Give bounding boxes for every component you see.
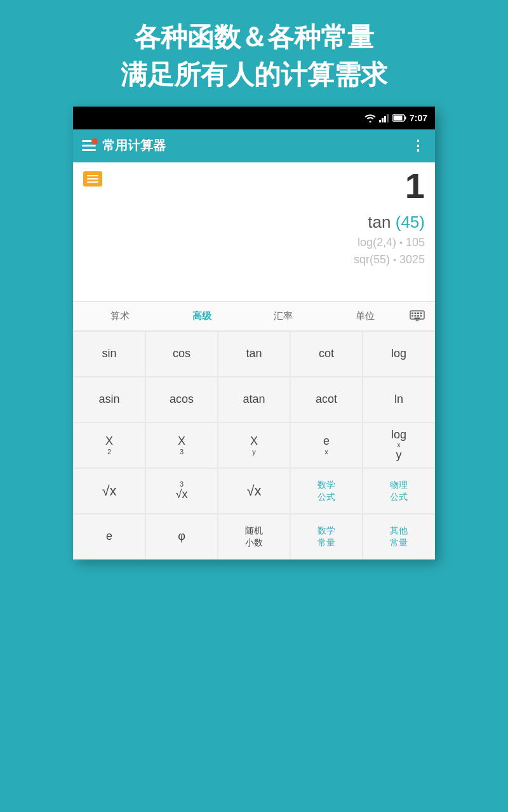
btn-sin[interactable]: sin — [73, 331, 145, 377]
wifi-icon — [364, 114, 376, 122]
btn-physics-formula[interactable]: 物理公式 — [363, 468, 435, 514]
svg-rect-3 — [387, 114, 389, 122]
btn-sqrtx[interactable]: √x — [218, 468, 290, 514]
svg-rect-1 — [382, 118, 384, 122]
btn-cos[interactable]: cos — [145, 331, 218, 377]
status-time: 7:07 — [410, 113, 427, 123]
menu-button[interactable] — [82, 140, 96, 151]
app-bar: 常用计算器 ⋮ — [73, 129, 435, 162]
signal-icon — [379, 114, 389, 122]
svg-rect-12 — [411, 315, 413, 317]
svg-rect-2 — [384, 116, 386, 122]
svg-rect-15 — [420, 315, 422, 317]
keypad-tabs: 算术 高级 汇率 单位 — [73, 302, 435, 331]
svg-rect-8 — [411, 313, 413, 315]
btn-cot[interactable]: cot — [290, 331, 363, 377]
btn-log[interactable]: log — [363, 331, 435, 377]
btn-e[interactable]: e — [73, 514, 145, 560]
status-bar: 7:07 — [73, 107, 435, 129]
keyboard-toggle[interactable] — [406, 304, 429, 327]
display-result: 1 — [405, 165, 425, 206]
btn-ex[interactable]: ex — [290, 422, 363, 468]
btn-atan[interactable]: atan — [218, 377, 290, 422]
btn-tan[interactable]: tan — [218, 331, 290, 377]
svg-rect-13 — [415, 315, 417, 317]
svg-rect-10 — [417, 313, 419, 315]
tab-arithmetic[interactable]: 算术 — [79, 303, 161, 330]
svg-rect-0 — [379, 120, 381, 122]
battery-icon — [392, 114, 406, 122]
btn-xy[interactable]: Xy — [218, 422, 290, 468]
tab-advanced[interactable]: 高级 — [161, 303, 243, 330]
tab-unit[interactable]: 单位 — [324, 303, 406, 330]
btn-other-const[interactable]: 其他常量 — [363, 514, 435, 560]
btn-math-formula[interactable]: 数学公式 — [290, 468, 363, 514]
btn-math-const[interactable]: 数学常量 — [290, 514, 363, 560]
current-expression: tan (45) — [83, 213, 425, 232]
btn-x2[interactable]: X2 — [73, 422, 145, 468]
btn-logxy[interactable]: logxy — [363, 422, 435, 468]
btn-phi[interactable]: φ — [145, 514, 218, 560]
btn-acot[interactable]: acot — [290, 377, 363, 422]
svg-rect-14 — [417, 315, 419, 317]
svg-rect-5 — [393, 115, 402, 120]
display-area: 1 tan (45) log(2,4) ▪ 105 sqr(55) ▪ 3025 — [73, 162, 435, 302]
header-text: 各种函数＆各种常量 满足所有人的计算需求 — [0, 0, 508, 107]
more-button[interactable]: ⋮ — [411, 138, 426, 154]
btn-sqrt[interactable]: √x — [73, 468, 145, 514]
history-line-2: sqr(55) ▪ 3025 — [83, 253, 425, 266]
history-icon[interactable] — [83, 171, 102, 187]
btn-acos[interactable]: acos — [145, 377, 218, 422]
svg-rect-6 — [404, 116, 406, 119]
app-title: 常用计算器 — [102, 137, 411, 154]
btn-asin[interactable]: asin — [73, 377, 145, 422]
svg-rect-11 — [420, 313, 422, 315]
phone-frame: 7:07 常用计算器 ⋮ 1 tan (45) — [73, 107, 435, 560]
btn-ln[interactable]: ln — [363, 377, 435, 422]
button-grid: sin cos tan cot log asin acos atan acot … — [73, 331, 435, 560]
svg-rect-9 — [415, 313, 417, 315]
svg-rect-16 — [415, 318, 420, 320]
btn-random[interactable]: 随机小数 — [218, 514, 290, 560]
history-line-1: log(2,4) ▪ 105 — [83, 236, 425, 249]
tab-exchange[interactable]: 汇率 — [243, 303, 324, 330]
btn-cbrt[interactable]: 3√x — [145, 468, 218, 514]
btn-x3[interactable]: X3 — [145, 422, 218, 468]
